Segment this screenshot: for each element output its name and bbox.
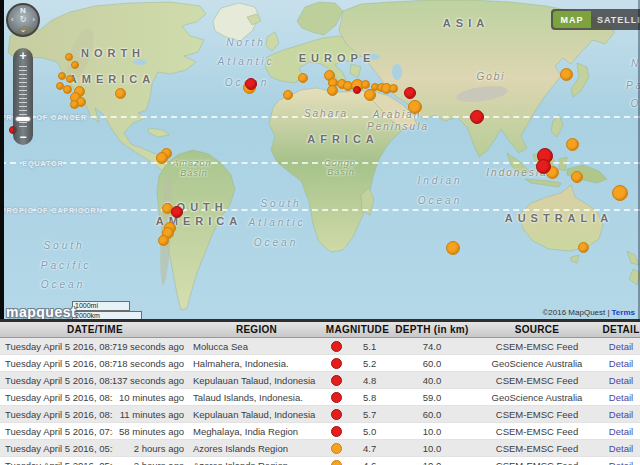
earthquake-marker[interactable] xyxy=(245,78,257,90)
cell-magnitude: 5.2 xyxy=(349,355,392,371)
cell-magnitude-icon xyxy=(323,372,349,388)
zoom-control[interactable]: + − xyxy=(13,48,33,145)
earthquake-marker[interactable] xyxy=(63,85,72,94)
earthquake-marker[interactable] xyxy=(327,85,338,96)
cell-datetime: Tuesday April 5 2016, 08:29:41 UTC xyxy=(0,389,113,405)
table-row: Tuesday April 5 2016, 08:29:41 UTC10 min… xyxy=(0,389,640,406)
cell-detail: Detail xyxy=(602,406,640,422)
table-row: Tuesday April 5 2016, 08:42:54 UTC-137 s… xyxy=(0,372,640,389)
pan-left-arrow-icon[interactable]: ‹ xyxy=(11,16,14,24)
scale-miles: 1000mi xyxy=(72,301,130,311)
magnitude-icon xyxy=(331,341,342,352)
cell-region: Kepulauan Talaud, Indonesia xyxy=(190,372,323,388)
table-row: Tuesday April 5 2016, 08:52:35 UTC-718 s… xyxy=(0,355,640,372)
cell-magnitude: 5.7 xyxy=(349,406,392,422)
earthquake-marker[interactable] xyxy=(408,100,422,114)
earthquake-marker[interactable] xyxy=(171,206,183,218)
cell-region: Talaud Islands, Indonesia. xyxy=(190,389,323,405)
earthquake-marker[interactable] xyxy=(536,159,551,174)
earthquake-marker[interactable] xyxy=(66,75,74,83)
header-magnitude: MAGNITUDE xyxy=(323,322,392,337)
table-row: Tuesday April 5 2016, 07:42:23 UTC58 min… xyxy=(0,423,640,440)
earthquake-marker[interactable] xyxy=(566,138,579,151)
pan-down-arrow-icon[interactable]: ⌄ xyxy=(20,26,27,34)
earthquake-marker[interactable] xyxy=(71,61,79,69)
cell-time-ago: -719 seconds ago xyxy=(113,338,190,354)
satellite-view-button[interactable]: SATELLITE xyxy=(591,11,640,28)
cell-detail: Detail xyxy=(602,372,640,388)
earthquake-marker[interactable] xyxy=(115,88,126,99)
magnitude-icon xyxy=(331,426,342,437)
earthquake-marker[interactable] xyxy=(58,72,66,80)
magnitude-icon xyxy=(331,375,342,386)
cell-region: Molucca Sea xyxy=(190,338,323,354)
earthquake-marker[interactable] xyxy=(560,68,573,81)
cell-detail: Detail xyxy=(602,338,640,354)
cell-depth: 10.0 xyxy=(392,457,472,465)
detail-link[interactable]: Detail xyxy=(609,341,633,352)
detail-link[interactable]: Detail xyxy=(609,443,633,454)
compass-north-label: N xyxy=(20,7,26,15)
cell-detail: Detail xyxy=(602,440,640,456)
magnitude-icon xyxy=(331,443,342,454)
earthquake-marker[interactable] xyxy=(353,86,361,94)
earthquake-marker[interactable] xyxy=(389,84,398,93)
world-map[interactable]: TROPIC OF CANCEREQUATORTROPIC OF CAPRICO… xyxy=(0,0,640,322)
cell-datetime: Tuesday April 5 2016, 08:52:35 UTC xyxy=(0,355,113,371)
cell-time-ago: -718 seconds ago xyxy=(113,355,190,371)
earthquake-marker[interactable] xyxy=(65,53,73,61)
cell-depth: 59.0 xyxy=(392,389,472,405)
cell-magnitude-icon xyxy=(323,440,349,456)
magnitude-icon xyxy=(331,392,342,403)
earthquake-marker[interactable] xyxy=(70,100,79,109)
zoom-slider-handle[interactable] xyxy=(15,116,31,122)
cell-source: CSEM-EMSC Feed xyxy=(472,372,602,388)
rotate-icon[interactable]: ↻ xyxy=(20,16,27,24)
mapquest-logo[interactable]: mapquest xyxy=(6,304,76,320)
earthquake-marker[interactable] xyxy=(361,80,370,89)
cell-region: Azores Islands Region xyxy=(190,457,323,465)
table-row: Tuesday April 5 2016, 08:29:22 UTC11 min… xyxy=(0,406,640,423)
terms-link[interactable]: Terms xyxy=(612,308,635,317)
cell-magnitude-icon xyxy=(323,406,349,422)
cell-time-ago: 2 hours ago xyxy=(113,457,190,465)
magnitude-icon xyxy=(331,460,342,465)
earthquake-marker[interactable] xyxy=(156,152,168,164)
cell-magnitude-icon xyxy=(323,457,349,465)
earthquake-markers-layer xyxy=(0,0,640,319)
cell-datetime: Tuesday April 5 2016, 08:52:36 UTC xyxy=(0,338,113,354)
earthquake-marker[interactable] xyxy=(578,242,589,253)
pan-right-arrow-icon[interactable]: › xyxy=(32,16,35,24)
earthquake-marker[interactable] xyxy=(571,171,583,183)
cell-source: CSEM-EMSC Feed xyxy=(472,440,602,456)
zoom-out-button[interactable]: − xyxy=(13,130,33,144)
cell-magnitude-icon xyxy=(323,423,349,439)
detail-link[interactable]: Detail xyxy=(609,375,633,386)
earthquake-marker[interactable] xyxy=(298,73,308,83)
map-view-button[interactable]: MAP xyxy=(553,11,591,28)
detail-link[interactable]: Detail xyxy=(609,358,633,369)
cell-source: GeoScience Australia xyxy=(472,389,602,405)
detail-link[interactable]: Detail xyxy=(609,409,633,420)
zoom-in-button[interactable]: + xyxy=(13,49,33,63)
detail-link[interactable]: Detail xyxy=(609,392,633,403)
earthquake-marker[interactable] xyxy=(612,185,628,201)
table-row: Tuesday April 5 2016, 05:51:48 UTC2 hour… xyxy=(0,440,640,457)
table-header: DATE/TIME REGION MAGNITUDE DEPTH (in km)… xyxy=(0,322,640,338)
compass-control[interactable]: N ‹ › ⌄ ↻ xyxy=(6,3,40,37)
map-attribution: ©2016 MapQuest |Terms xyxy=(542,308,635,317)
earthquake-marker[interactable] xyxy=(404,87,416,99)
header-source: SOURCE xyxy=(472,322,602,337)
detail-link[interactable]: Detail xyxy=(609,426,633,437)
cell-magnitude: 5.0 xyxy=(349,423,392,439)
cell-datetime: Tuesday April 5 2016, 05:50:34 UTC xyxy=(0,457,113,465)
earthquake-marker[interactable] xyxy=(158,235,169,246)
cell-magnitude-icon xyxy=(323,389,349,405)
earthquake-marker[interactable] xyxy=(470,110,484,124)
earthquake-marker[interactable] xyxy=(283,90,293,100)
earthquake-table: DATE/TIME REGION MAGNITUDE DEPTH (in km)… xyxy=(0,322,640,465)
cell-region: Halmahera, Indonesia. xyxy=(190,355,323,371)
earthquake-marker[interactable] xyxy=(446,241,460,255)
cell-depth: 60.0 xyxy=(392,355,472,371)
detail-link[interactable]: Detail xyxy=(609,460,633,465)
